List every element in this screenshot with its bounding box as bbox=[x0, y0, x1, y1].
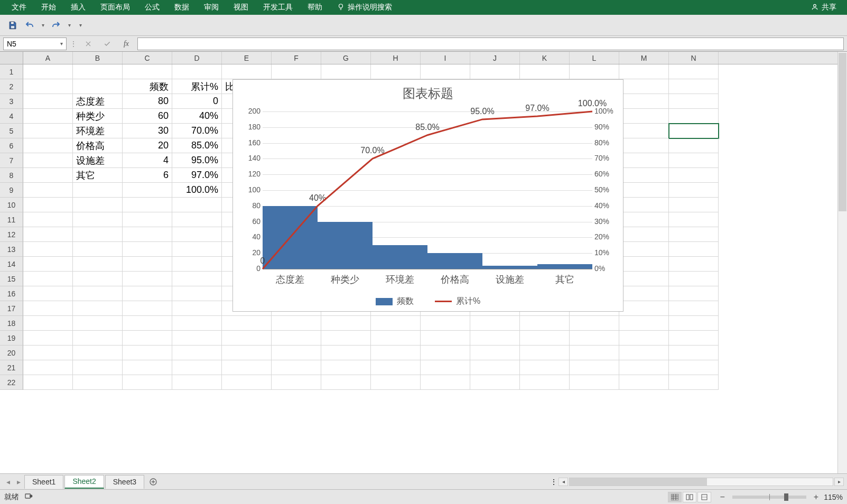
cell-G20[interactable] bbox=[321, 346, 371, 360]
cell-M22[interactable] bbox=[619, 375, 669, 390]
ribbon-tab-layout[interactable]: 页面布局 bbox=[93, 0, 137, 15]
cell-E1[interactable] bbox=[222, 64, 272, 79]
colheader-H[interactable]: H bbox=[371, 52, 421, 64]
cell-M19[interactable] bbox=[619, 331, 669, 346]
cell-K1[interactable] bbox=[520, 64, 570, 79]
rowheader-21[interactable]: 21 bbox=[0, 360, 23, 375]
cell-G22[interactable] bbox=[321, 375, 371, 390]
rowheader-1[interactable]: 1 bbox=[0, 64, 23, 79]
cell-C13[interactable] bbox=[123, 242, 172, 257]
cell-K20[interactable] bbox=[520, 346, 570, 360]
rowheader-14[interactable]: 14 bbox=[0, 257, 23, 272]
cell-N19[interactable] bbox=[669, 331, 719, 346]
rowheader-19[interactable]: 19 bbox=[0, 331, 23, 346]
cell-L22[interactable] bbox=[570, 375, 619, 390]
cell-C1[interactable] bbox=[123, 64, 172, 79]
cell-D6[interactable]: 85.0% bbox=[172, 138, 222, 153]
qat-customize-dropdown[interactable]: ▾ bbox=[75, 22, 86, 28]
colheader-D[interactable]: D bbox=[172, 52, 222, 64]
cell-K19[interactable] bbox=[520, 331, 570, 346]
cell-C10[interactable] bbox=[123, 198, 172, 212]
cell-N13[interactable] bbox=[669, 242, 719, 257]
cell-J22[interactable] bbox=[470, 375, 520, 390]
hscroll-track[interactable] bbox=[569, 478, 833, 486]
colheader-L[interactable]: L bbox=[570, 52, 619, 64]
colheader-B[interactable]: B bbox=[73, 52, 123, 64]
cell-A7[interactable] bbox=[23, 153, 73, 168]
cell-H21[interactable] bbox=[371, 360, 421, 375]
cell-I20[interactable] bbox=[421, 346, 470, 360]
cell-H19[interactable] bbox=[371, 331, 421, 346]
cell-C18[interactable] bbox=[123, 316, 172, 331]
cell-N2[interactable] bbox=[669, 79, 719, 94]
cell-K21[interactable] bbox=[520, 360, 570, 375]
colheader-I[interactable]: I bbox=[421, 52, 470, 64]
colheader-M[interactable]: M bbox=[619, 52, 669, 64]
cell-M13[interactable] bbox=[619, 242, 669, 257]
cell-G1[interactable] bbox=[321, 64, 371, 79]
colheader-K[interactable]: K bbox=[520, 52, 570, 64]
tell-me-search[interactable]: 操作说明搜索 bbox=[330, 0, 399, 15]
cell-F21[interactable] bbox=[272, 360, 321, 375]
cell-F19[interactable] bbox=[272, 331, 321, 346]
cell-M17[interactable] bbox=[619, 301, 669, 316]
chevron-down-icon[interactable]: ▾ bbox=[60, 41, 63, 46]
rowheader-22[interactable]: 22 bbox=[0, 375, 23, 390]
cell-M11[interactable] bbox=[619, 212, 669, 227]
cell-B11[interactable] bbox=[73, 212, 123, 227]
cell-B18[interactable] bbox=[73, 316, 123, 331]
cell-M5[interactable] bbox=[619, 124, 669, 138]
embedded-chart[interactable]: 图表标题 0204060801001201401601802000%10%20%… bbox=[232, 79, 623, 312]
cell-E22[interactable] bbox=[222, 375, 272, 390]
cell-A9[interactable] bbox=[23, 183, 73, 198]
ribbon-tab-help[interactable]: 帮助 bbox=[300, 0, 330, 15]
ribbon-tab-view[interactable]: 视图 bbox=[226, 0, 256, 15]
cell-N22[interactable] bbox=[669, 375, 719, 390]
cell-E21[interactable] bbox=[222, 360, 272, 375]
cell-A15[interactable] bbox=[23, 272, 73, 286]
cell-A21[interactable] bbox=[23, 360, 73, 375]
rowheader-7[interactable]: 7 bbox=[0, 153, 23, 168]
redo-button[interactable] bbox=[49, 18, 63, 33]
cell-L1[interactable] bbox=[570, 64, 619, 79]
cell-B12[interactable] bbox=[73, 227, 123, 242]
colheader-F[interactable]: F bbox=[272, 52, 321, 64]
cell-F20[interactable] bbox=[272, 346, 321, 360]
cell-N11[interactable] bbox=[669, 212, 719, 227]
ribbon-tab-formulas[interactable]: 公式 bbox=[137, 0, 167, 15]
hscroll-right-button[interactable]: ▸ bbox=[834, 478, 844, 486]
cell-D5[interactable]: 70.0% bbox=[172, 124, 222, 138]
cell-J19[interactable] bbox=[470, 331, 520, 346]
cell-A12[interactable] bbox=[23, 227, 73, 242]
rowheader-8[interactable]: 8 bbox=[0, 168, 23, 183]
cell-A11[interactable] bbox=[23, 212, 73, 227]
cell-N17[interactable] bbox=[669, 301, 719, 316]
cell-B14[interactable] bbox=[73, 257, 123, 272]
cell-N20[interactable] bbox=[669, 346, 719, 360]
colheader-G[interactable]: G bbox=[321, 52, 371, 64]
cell-B8[interactable]: 其它 bbox=[73, 168, 123, 183]
cell-M12[interactable] bbox=[619, 227, 669, 242]
sheet-nav-prev[interactable]: ◂ bbox=[3, 475, 13, 488]
ribbon-tab-home[interactable]: 开始 bbox=[34, 0, 63, 15]
rowheader-9[interactable]: 9 bbox=[0, 183, 23, 198]
cell-D22[interactable] bbox=[172, 375, 222, 390]
colheader-N[interactable]: N bbox=[669, 52, 719, 64]
view-page-break-button[interactable] bbox=[697, 492, 711, 502]
rowheader-11[interactable]: 11 bbox=[0, 212, 23, 227]
sheet-tab-sheet2[interactable]: Sheet2 bbox=[64, 475, 104, 489]
sheet-tab-sheet3[interactable]: Sheet3 bbox=[105, 475, 144, 489]
cell-B19[interactable] bbox=[73, 331, 123, 346]
view-normal-button[interactable] bbox=[668, 492, 682, 502]
cell-E19[interactable] bbox=[222, 331, 272, 346]
cell-A18[interactable] bbox=[23, 316, 73, 331]
rowheader-18[interactable]: 18 bbox=[0, 316, 23, 331]
rowheader-15[interactable]: 15 bbox=[0, 272, 23, 286]
cell-D19[interactable] bbox=[172, 331, 222, 346]
cell-D3[interactable]: 0 bbox=[172, 94, 222, 109]
add-sheet-button[interactable] bbox=[145, 478, 161, 486]
cell-C17[interactable] bbox=[123, 301, 172, 316]
cell-B17[interactable] bbox=[73, 301, 123, 316]
cell-A2[interactable] bbox=[23, 79, 73, 94]
enter-formula-button[interactable] bbox=[99, 38, 115, 50]
